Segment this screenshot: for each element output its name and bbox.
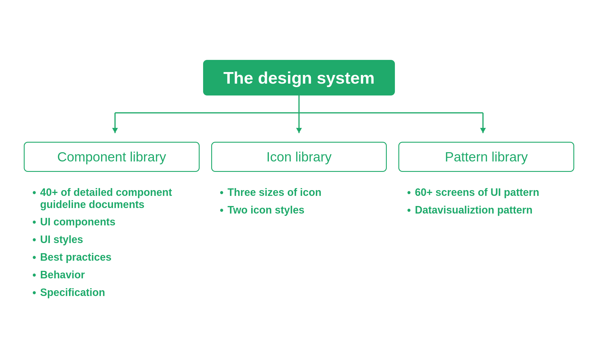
- list-item: 60+ screens of UI pattern: [407, 186, 574, 199]
- list-item: Behavior: [32, 269, 200, 281]
- children-row: Component library 40+ of detailed compon…: [24, 142, 574, 304]
- icon-library-column: Icon library Three sizes of icon Two ico…: [211, 142, 387, 222]
- component-library-box: Component library: [24, 142, 200, 172]
- icon-library-list: Three sizes of icon Two icon styles: [220, 186, 387, 216]
- root-node: The design system: [203, 60, 395, 95]
- component-library-content: 40+ of detailed component guideline docu…: [24, 186, 200, 304]
- icon-library-label: Icon library: [267, 149, 332, 164]
- pattern-library-column: Pattern library 60+ screens of UI patter…: [398, 142, 574, 222]
- list-item: UI components: [32, 216, 200, 228]
- pattern-library-list: 60+ screens of UI pattern Datavisualizti…: [407, 186, 574, 216]
- connector-lines: [24, 95, 574, 142]
- list-item: Two icon styles: [220, 204, 387, 216]
- svg-marker-6: [296, 128, 302, 133]
- list-item: Best practices: [32, 251, 200, 264]
- component-library-label: Component library: [57, 149, 166, 164]
- list-item: Datavisualiztion pattern: [407, 204, 574, 216]
- list-item: 40+ of detailed component guideline docu…: [32, 186, 200, 211]
- diagram-container: The design system Component library 40+ …: [24, 60, 574, 304]
- icon-library-box: Icon library: [211, 142, 387, 172]
- list-item: UI styles: [32, 234, 200, 246]
- svg-marker-5: [112, 128, 118, 133]
- component-library-column: Component library 40+ of detailed compon…: [24, 142, 200, 304]
- svg-marker-7: [480, 128, 486, 133]
- pattern-library-label: Pattern library: [445, 149, 528, 164]
- pattern-library-box: Pattern library: [398, 142, 574, 172]
- root-node-label: The design system: [223, 68, 375, 87]
- list-item: Three sizes of icon: [220, 186, 387, 199]
- component-library-list: 40+ of detailed component guideline docu…: [32, 186, 200, 299]
- icon-library-content: Three sizes of icon Two icon styles: [211, 186, 387, 222]
- list-item: Specification: [32, 286, 200, 299]
- pattern-library-content: 60+ screens of UI pattern Datavisualizti…: [398, 186, 574, 222]
